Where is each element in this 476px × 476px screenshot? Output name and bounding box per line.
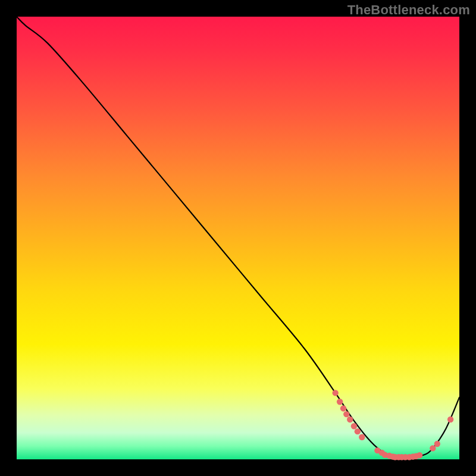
- curve-marker: [359, 434, 365, 440]
- chart-frame: TheBottleneck.com: [0, 0, 476, 476]
- curve-marker: [416, 452, 422, 458]
- curve-marker: [447, 416, 453, 422]
- curve-line: [17, 17, 459, 458]
- curve-marker: [355, 428, 361, 434]
- curve-marker: [337, 399, 343, 405]
- curve-marker: [434, 441, 440, 447]
- curve-marker: [347, 416, 353, 422]
- curve-marker: [430, 445, 436, 451]
- watermark-text: TheBottleneck.com: [347, 2, 470, 18]
- curve-markers: [332, 390, 453, 460]
- chart-svg: [17, 17, 459, 459]
- curve-marker: [332, 390, 338, 396]
- plot-area: [17, 17, 459, 459]
- curve-marker: [343, 411, 349, 417]
- curve-marker: [340, 405, 346, 411]
- curve-marker: [351, 423, 357, 429]
